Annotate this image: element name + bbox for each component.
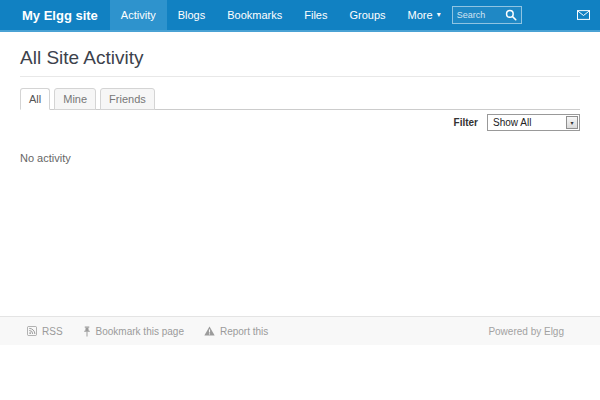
messages-icon[interactable] [577, 10, 590, 20]
rss-icon [27, 326, 37, 336]
nav-item-label: Bookmarks [227, 9, 282, 21]
warning-icon [204, 326, 215, 336]
search-input[interactable] [457, 10, 505, 20]
rss-link[interactable]: RSS [27, 326, 63, 337]
topbar: My Elgg site Activity Blogs Bookmarks Fi… [0, 0, 600, 32]
nav-item-label: Activity [121, 9, 156, 21]
chevron-down-icon: ▾ [437, 11, 441, 19]
nav-item-label: Blogs [178, 9, 206, 21]
site-name-link[interactable]: My Elgg site [22, 0, 98, 30]
filter-select-value: Show All [488, 117, 566, 128]
pushpin-icon [83, 326, 91, 337]
tab-friends[interactable]: Friends [100, 88, 155, 110]
bookmark-page-label: Bookmark this page [96, 326, 184, 337]
nav-item-label: More [408, 9, 433, 21]
nav-item-blogs[interactable]: Blogs [167, 0, 217, 30]
page-title: All Site Activity [20, 47, 580, 77]
footer: RSS Bookmark this page Report this Power… [0, 316, 600, 345]
nav-item-label: Files [304, 9, 327, 21]
nav-item-bookmarks[interactable]: Bookmarks [216, 0, 293, 30]
powered-by-elgg-link[interactable]: Powered by Elgg [488, 326, 564, 337]
main-content: All Site Activity All Mine Friends Filte… [0, 47, 600, 164]
rss-label: RSS [42, 326, 63, 337]
filter-row: Filter Show All ▾ [20, 114, 580, 131]
nav-item-files[interactable]: Files [293, 0, 338, 30]
search-icon[interactable] [505, 9, 517, 21]
nav-item-activity[interactable]: Activity [110, 0, 167, 30]
topbar-right: Account ▾ [452, 0, 600, 30]
report-this-link[interactable]: Report this [204, 326, 268, 337]
select-dropdown-button[interactable]: ▾ [566, 116, 578, 129]
filter-select[interactable]: Show All ▾ [487, 114, 580, 131]
tab-all[interactable]: All [20, 88, 50, 110]
nav-item-label: Groups [350, 9, 386, 21]
filter-label: Filter [454, 117, 478, 128]
tab-mine[interactable]: Mine [54, 88, 96, 110]
nav-item-more[interactable]: More ▾ [397, 0, 452, 30]
nav-item-groups[interactable]: Groups [339, 0, 397, 30]
bookmark-page-link[interactable]: Bookmark this page [83, 326, 184, 337]
empty-activity-message: No activity [20, 152, 580, 164]
search-box [452, 6, 522, 24]
tabs: All Mine Friends [20, 88, 580, 110]
chevron-down-icon: ▾ [570, 120, 573, 126]
report-this-label: Report this [220, 326, 268, 337]
